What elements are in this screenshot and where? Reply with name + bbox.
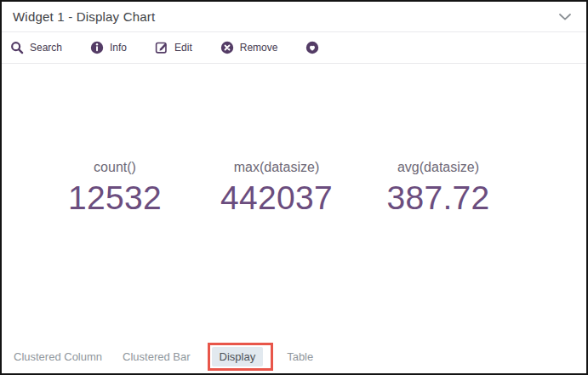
metric-label: max(datasize) (196, 159, 357, 176)
metric-count: count() 12532 (34, 159, 196, 216)
chart-type-tabbar: Clustered Column Clustered Bar Display T… (2, 339, 586, 373)
title-bar: Widget 1 - Display Chart (2, 2, 586, 32)
search-button[interactable]: Search (10, 41, 62, 54)
metric-value: 442037 (196, 180, 357, 216)
info-icon (90, 41, 104, 54)
info-button[interactable]: Info (90, 41, 127, 54)
metric-value: 387.72 (357, 180, 519, 216)
metric-label: avg(datasize) (357, 159, 519, 176)
page-title: Widget 1 - Display Chart (13, 9, 155, 24)
info-button-label: Info (110, 42, 127, 54)
chevron-down-icon (559, 14, 571, 20)
metrics-row: count() 12532 max(datasize) 442037 avg(d… (34, 159, 519, 216)
edit-icon (155, 41, 168, 54)
tab-clustered-column[interactable]: Clustered Column (14, 350, 102, 363)
tab-display[interactable]: Display (212, 347, 264, 366)
remove-icon (220, 41, 234, 54)
widget-window: Widget 1 - Display Chart Search Info (0, 0, 588, 375)
heart-icon (305, 41, 319, 54)
remove-button-label: Remove (240, 42, 278, 54)
edit-button[interactable]: Edit (155, 41, 192, 54)
favorite-button[interactable] (305, 41, 319, 54)
remove-button[interactable]: Remove (220, 41, 278, 54)
metric-value: 12532 (34, 180, 196, 216)
widget-toolbar: Search Info Edit Remove (2, 32, 586, 64)
collapse-widget-button[interactable] (557, 12, 573, 22)
edit-button-label: Edit (174, 42, 192, 54)
annotation-highlight-box: Display (208, 343, 274, 371)
chart-display-area: count() 12532 max(datasize) 442037 avg(d… (2, 64, 586, 339)
search-button-label: Search (30, 42, 62, 54)
metric-max-datasize: max(datasize) 442037 (196, 159, 357, 216)
tab-clustered-bar[interactable]: Clustered Bar (123, 350, 190, 363)
metric-label: count() (34, 159, 196, 176)
tab-table[interactable]: Table (287, 350, 313, 363)
metric-avg-datasize: avg(datasize) 387.72 (357, 159, 519, 216)
search-icon (10, 41, 24, 54)
